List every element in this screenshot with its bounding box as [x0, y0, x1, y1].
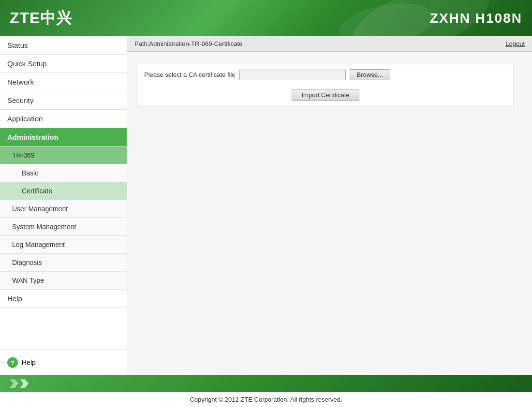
- content-area: Path:Administration-TR-069-Certificate L…: [127, 36, 532, 375]
- chevron-icon-1: [10, 379, 18, 388]
- sidebar-item-tr069[interactable]: TR-069: [0, 146, 127, 164]
- sidebar-item-network[interactable]: Network: [0, 73, 127, 91]
- import-certificate-button[interactable]: Import Certificate: [292, 89, 360, 101]
- help-circle-icon[interactable]: ?: [7, 357, 18, 368]
- sidebar-item-certificate[interactable]: Certificate: [0, 182, 127, 200]
- sidebar-item-wan-type[interactable]: WAN Type: [0, 272, 127, 290]
- certificate-form: Please select a CA certificate file Brow…: [137, 64, 514, 106]
- ca-file-input[interactable]: [239, 70, 346, 80]
- import-row: Import Certificate: [138, 85, 513, 105]
- ca-file-label: Please select a CA certificate file: [144, 71, 236, 78]
- footer-copyright: Copyright © 2012 ZTE Corporation. All ri…: [0, 392, 532, 407]
- sidebar-item-quick-setup[interactable]: Quick Setup: [0, 55, 127, 73]
- sidebar: Status Quick Setup Network Security Appl…: [0, 36, 127, 375]
- sidebar-item-status[interactable]: Status: [0, 36, 127, 55]
- browse-button[interactable]: Browse...: [350, 69, 390, 80]
- content-body: Please select a CA certificate file Brow…: [127, 52, 532, 375]
- footer-chevrons: [10, 379, 29, 388]
- sidebar-item-user-management[interactable]: User Management: [0, 200, 127, 218]
- help-label: Help: [22, 359, 36, 366]
- logout-link[interactable]: Logout: [505, 40, 525, 47]
- logo: ZTE中兴: [10, 8, 72, 29]
- breadcrumb: Path:Administration-TR-069-Certificate: [134, 40, 242, 47]
- ca-file-row: Please select a CA certificate file Brow…: [138, 65, 513, 84]
- sidebar-item-basic[interactable]: Basic: [0, 164, 127, 182]
- main-container: Status Quick Setup Network Security Appl…: [0, 36, 532, 375]
- sidebar-item-help[interactable]: Help: [0, 290, 127, 308]
- device-name: ZXHN H108N: [430, 11, 522, 26]
- logo-text: ZTE中兴: [10, 8, 72, 29]
- sidebar-item-application[interactable]: Application: [0, 110, 127, 128]
- sidebar-item-system-management[interactable]: System Management: [0, 218, 127, 236]
- sidebar-item-administration[interactable]: Administration: [0, 128, 127, 146]
- sidebar-help-section: ? Help: [0, 349, 127, 375]
- content-header: Path:Administration-TR-069-Certificate L…: [127, 36, 532, 52]
- sidebar-item-security[interactable]: Security: [0, 91, 127, 110]
- footer-green-bar: [0, 375, 532, 392]
- sidebar-item-log-management[interactable]: Log Management: [0, 236, 127, 254]
- sidebar-item-diagnosis[interactable]: Diagnosis: [0, 254, 127, 272]
- header: ZTE中兴 ZXHN H108N: [0, 0, 532, 36]
- sidebar-nav: Status Quick Setup Network Security Appl…: [0, 36, 127, 349]
- chevron-icon-2: [20, 379, 29, 388]
